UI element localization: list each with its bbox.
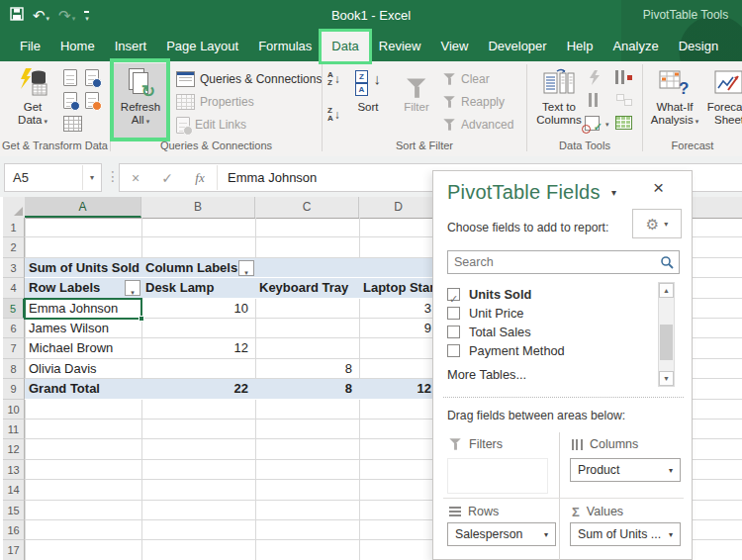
field-list-item[interactable]: Unit Price	[447, 304, 523, 322]
cell-D5[interactable]: 3	[359, 299, 438, 319]
tab-view[interactable]: View	[430, 32, 478, 61]
from-web-button[interactable]	[63, 90, 77, 110]
column-header-A[interactable]: A	[25, 197, 141, 218]
filter-dropdown-icon[interactable]: ▾	[238, 260, 254, 276]
scroll-down-icon[interactable]: ▼	[659, 371, 674, 386]
cell-B5[interactable]: 10	[141, 299, 255, 319]
values-field-pill[interactable]: Sum of Units ... ▾	[570, 522, 681, 546]
row-header-3[interactable]: 3	[3, 258, 25, 278]
field-checkbox[interactable]: ✓	[447, 288, 460, 301]
scroll-thumb[interactable]	[660, 325, 673, 360]
field-list-item[interactable]: Total Sales	[447, 323, 531, 340]
columns-field-pill[interactable]: Product ▾	[570, 458, 681, 482]
name-box[interactable]: A5 ▾	[4, 163, 102, 192]
properties-button[interactable]: Properties	[176, 92, 254, 112]
tab-design[interactable]: Design	[669, 32, 728, 61]
customize-qat-icon[interactable]: ▾	[84, 11, 89, 22]
tab-analyze[interactable]: Analyze	[603, 32, 668, 61]
tab-insert[interactable]: Insert	[105, 32, 157, 61]
tab-data[interactable]: Data	[322, 32, 368, 61]
filters-drop-zone[interactable]	[447, 458, 548, 494]
scroll-up-icon[interactable]: ▲	[659, 283, 674, 298]
undo-button[interactable]: ↶▾	[33, 7, 49, 25]
field-checkbox[interactable]	[447, 326, 460, 338]
refresh-all-button[interactable]: ↻ Refresh All▾	[113, 63, 168, 139]
row-header-14[interactable]: 14	[3, 480, 25, 500]
relationships-button[interactable]	[615, 92, 632, 108]
forecast-sheet-button[interactable]: Forecast Sheet	[704, 63, 742, 139]
enter-icon[interactable]: ✓	[151, 170, 183, 186]
data-validation-button[interactable]: ✓	[584, 115, 601, 131]
filter-button[interactable]: Filter	[394, 63, 439, 139]
row-header-1[interactable]: 1	[3, 218, 25, 237]
cell-C9[interactable]: 8	[255, 379, 359, 399]
tab-help[interactable]: Help	[557, 32, 603, 61]
row-header-8[interactable]: 8	[3, 359, 25, 379]
row-header-7[interactable]: 7	[3, 338, 25, 358]
cell-A3[interactable]: Sum of Units Sold	[25, 258, 141, 278]
select-all-corner[interactable]	[3, 197, 26, 219]
cell-C8[interactable]: 8	[255, 359, 359, 379]
cell-A6[interactable]: James Wilson	[25, 319, 141, 338]
tab-file[interactable]: File	[10, 32, 50, 61]
cell-D6[interactable]: 9	[359, 319, 438, 338]
search-input[interactable]	[448, 255, 660, 269]
row-header-17[interactable]: 17	[3, 540, 25, 560]
cell-D9[interactable]: 12	[359, 379, 438, 399]
row-header-5[interactable]: 5	[3, 299, 25, 319]
row-header-10[interactable]: 10	[3, 400, 25, 420]
cancel-icon[interactable]: ×	[120, 170, 151, 186]
recent-sources-button[interactable]	[85, 67, 99, 87]
clear-filter-button[interactable]: Clear	[443, 69, 490, 89]
advanced-filter-button[interactable]: Advanced	[443, 115, 513, 135]
cell-B7[interactable]: 12	[141, 338, 255, 358]
row-header-13[interactable]: 13	[3, 460, 25, 480]
field-checkbox[interactable]	[447, 307, 460, 320]
tab-formulas[interactable]: Formulas	[248, 32, 322, 61]
queries-connections-button[interactable]: Queries & Connections	[176, 69, 322, 89]
filter-dropdown-icon[interactable]: ▾	[125, 280, 140, 296]
cell-A7[interactable]: Michael Brown	[25, 338, 141, 358]
row-header-4[interactable]: 4	[3, 278, 25, 298]
tab-developer[interactable]: Developer	[478, 32, 556, 61]
cell-B9[interactable]: 22	[141, 379, 255, 399]
rows-field-pill[interactable]: Salesperson ▾	[447, 522, 556, 546]
row-header-16[interactable]: 16	[3, 520, 25, 540]
sort-az-button[interactable]: AZ↓	[327, 69, 340, 89]
row-header-12[interactable]: 12	[3, 439, 25, 459]
formula-input[interactable]: Emma Johnson	[228, 170, 317, 185]
field-list-item[interactable]: Payment Method	[447, 341, 565, 359]
field-checkbox[interactable]	[447, 344, 460, 357]
from-table-range-button[interactable]	[63, 114, 82, 134]
tab-review[interactable]: Review	[369, 32, 431, 61]
redo-button[interactable]: ↷▾	[58, 7, 75, 25]
name-box-caret-icon[interactable]: ▾	[82, 165, 101, 190]
remove-duplicates-button[interactable]	[586, 92, 603, 108]
consolidate-button[interactable]	[615, 69, 632, 85]
sort-button[interactable]: ZA↓ Sort	[348, 63, 388, 139]
row-header-15[interactable]: 15	[3, 501, 25, 520]
from-text-csv-button[interactable]	[63, 67, 77, 87]
pane-close-icon[interactable]: ×	[653, 177, 664, 199]
cell-A8[interactable]: Olivia Davis	[25, 359, 141, 379]
flash-fill-button[interactable]	[586, 69, 603, 85]
field-list-scrollbar[interactable]: ▲ ▼	[658, 282, 675, 387]
row-header-11[interactable]: 11	[3, 420, 25, 439]
data-validation-caret-icon[interactable]: ▾	[605, 121, 609, 129]
row-header-6[interactable]: 6	[3, 319, 25, 338]
field-list-item[interactable]: ✓Units Sold	[447, 285, 531, 303]
save-icon[interactable]	[10, 7, 24, 25]
tab-page-layout[interactable]: Page Layout	[156, 32, 248, 61]
text-to-columns-button[interactable]: Text to Columns	[532, 63, 586, 139]
row-header-2[interactable]: 2	[3, 237, 25, 257]
more-tables-link[interactable]: More Tables...	[447, 367, 526, 382]
cell-C4[interactable]: Keyboard Tray	[255, 278, 359, 298]
edit-links-button[interactable]: Edit Links	[176, 115, 246, 135]
what-if-analysis-button[interactable]: ? What-If Analysis▾	[647, 63, 702, 139]
column-header-B[interactable]: B	[141, 197, 255, 218]
row-header-9[interactable]: 9	[3, 379, 25, 399]
fill-handle[interactable]	[139, 316, 144, 322]
sort-za-button[interactable]: ZA↓	[327, 105, 340, 125]
column-header-C[interactable]: C	[255, 197, 359, 218]
pane-options-caret-icon[interactable]: ▾	[611, 187, 616, 198]
